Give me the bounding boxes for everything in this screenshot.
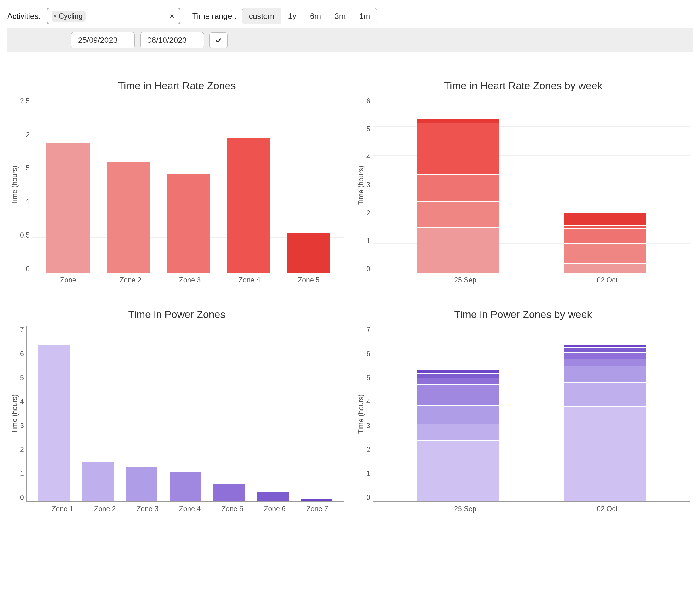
bar-segment xyxy=(564,382,646,406)
x-axis-ticks: 25 Sep02 Oct xyxy=(382,273,690,284)
bar-segment xyxy=(564,345,646,347)
bar-segment xyxy=(418,440,499,502)
bar-segment xyxy=(418,227,499,273)
charts-grid: Time in Heart Rate ZonesTime (hours)2.52… xyxy=(7,80,693,513)
chart-title: Time in Power Zones xyxy=(10,309,344,321)
y-axis-label: Time (hours) xyxy=(357,165,365,205)
plot-area xyxy=(26,326,344,502)
activities-multiselect[interactable]: × Cycling × xyxy=(47,8,180,24)
bar-segment xyxy=(418,174,499,201)
time-range-buttons: custom1y6m3m1m xyxy=(242,8,377,24)
activity-tag-label: Cycling xyxy=(59,12,83,20)
stacked-bar[interactable] xyxy=(418,97,499,273)
bar[interactable] xyxy=(257,492,289,502)
bar-segment xyxy=(564,352,646,359)
time-range-option-3m[interactable]: 3m xyxy=(328,9,352,24)
stacked-bar[interactable] xyxy=(564,97,646,273)
stacked-bar[interactable] xyxy=(418,326,499,502)
bar-segment xyxy=(418,378,499,384)
y-axis-ticks: 2.521.510.50 xyxy=(20,97,32,273)
date-from-input[interactable]: 25/09/2023 xyxy=(71,32,135,48)
plot-area xyxy=(373,97,690,273)
x-axis-ticks: Zone 1Zone 2Zone 3Zone 4Zone 5Zone 6Zone… xyxy=(36,502,344,513)
chart-hr_zones_week: Time in Heart Rate Zones by weekTime (ho… xyxy=(356,80,690,284)
activities-label: Activities: xyxy=(7,12,41,21)
bar-segment xyxy=(418,405,499,423)
x-axis-ticks: Zone 1Zone 2Zone 3Zone 4Zone 5 xyxy=(36,273,344,284)
bar[interactable] xyxy=(167,175,210,273)
bar-segment xyxy=(564,243,646,264)
remove-tag-icon[interactable]: × xyxy=(54,13,57,20)
bar[interactable] xyxy=(214,485,245,502)
y-axis-label: Time (hours) xyxy=(11,165,19,205)
bar-segment xyxy=(418,370,499,373)
time-range-label: Time range : xyxy=(192,12,236,21)
x-axis-ticks: 25 Sep02 Oct xyxy=(382,502,690,513)
y-axis-label: Time (hours) xyxy=(11,394,19,433)
clear-all-icon[interactable]: × xyxy=(169,12,175,21)
chart-power_zones: Time in Power ZonesTime (hours)76543210Z… xyxy=(10,309,344,513)
y-axis-label: Time (hours) xyxy=(357,394,365,433)
bar-segment xyxy=(564,225,646,228)
bar-segment xyxy=(418,201,499,227)
date-to-input[interactable]: 08/10/2023 xyxy=(140,32,204,48)
bar[interactable] xyxy=(170,472,201,502)
bar[interactable] xyxy=(106,162,150,273)
plot-area xyxy=(32,97,344,273)
bar-segment xyxy=(564,366,646,382)
bar[interactable] xyxy=(126,467,157,502)
check-icon xyxy=(215,37,222,44)
y-axis-ticks: 76543210 xyxy=(366,326,373,502)
plot-area xyxy=(373,326,690,502)
bar[interactable] xyxy=(301,500,332,502)
bar-segment xyxy=(418,123,499,174)
date-range-row: 25/09/2023 08/10/2023 xyxy=(7,28,693,53)
bar[interactable] xyxy=(46,143,90,273)
time-range-option-6m[interactable]: 6m xyxy=(303,9,328,24)
chart-hr_zones: Time in Heart Rate ZonesTime (hours)2.52… xyxy=(10,80,344,284)
time-range-option-1m[interactable]: 1m xyxy=(352,9,377,24)
chart-power_zones_week: Time in Power Zones by weekTime (hours)7… xyxy=(356,309,690,513)
bar-segment xyxy=(564,359,646,366)
bar-segment xyxy=(418,373,499,378)
bar[interactable] xyxy=(38,345,70,502)
apply-date-button[interactable] xyxy=(209,32,228,48)
bar-segment xyxy=(564,406,646,502)
chart-title: Time in Power Zones by week xyxy=(356,309,690,321)
stacked-bar[interactable] xyxy=(564,326,646,502)
bar-segment xyxy=(418,119,499,123)
time-range-option-custom[interactable]: custom xyxy=(242,9,281,24)
chart-title: Time in Heart Rate Zones xyxy=(10,80,344,92)
time-range-group: Time range : custom1y6m3m1m xyxy=(192,8,377,24)
bar[interactable] xyxy=(287,233,330,273)
bar-segment xyxy=(564,213,646,225)
bar-segment xyxy=(564,263,646,273)
filter-row: Activities: × Cycling × Time range : cus… xyxy=(7,6,693,28)
bar-segment xyxy=(564,347,646,352)
time-range-option-1y[interactable]: 1y xyxy=(281,9,303,24)
bar-segment xyxy=(418,384,499,405)
y-axis-ticks: 6543210 xyxy=(366,97,373,273)
bar[interactable] xyxy=(227,138,270,273)
y-axis-ticks: 76543210 xyxy=(20,326,26,502)
chart-title: Time in Heart Rate Zones by week xyxy=(356,80,690,92)
activity-tag[interactable]: × Cycling xyxy=(52,11,86,21)
bar-segment xyxy=(564,228,646,243)
bar[interactable] xyxy=(82,462,114,502)
bar-segment xyxy=(418,424,499,440)
